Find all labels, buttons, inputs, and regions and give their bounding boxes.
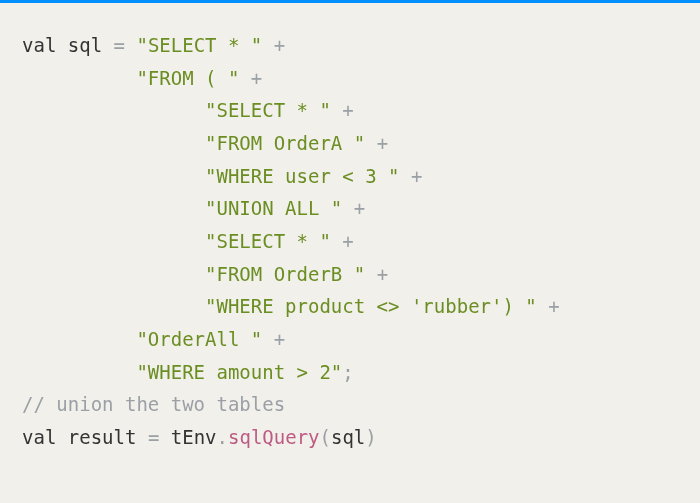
string-literal: "FROM ( " (136, 67, 239, 89)
string-literal: "SELECT * " (205, 230, 331, 252)
code-block: val sql = "SELECT * " + "FROM ( " + "SEL… (22, 29, 678, 454)
ident-result: result (68, 426, 137, 448)
op-lparen: ( (320, 426, 331, 448)
ident-arg-sql: sql (331, 426, 365, 448)
op-plus: + (354, 197, 365, 219)
keyword-val: val (22, 34, 56, 56)
op-eq: = (148, 426, 159, 448)
string-literal: "WHERE amount > 2" (136, 361, 342, 383)
keyword-val: val (22, 426, 56, 448)
ident-tenv: tEnv (171, 426, 217, 448)
op-rparen: ) (365, 426, 376, 448)
string-literal: "SELECT * " (205, 99, 331, 121)
string-literal: "OrderAll " (136, 328, 262, 350)
string-literal: "SELECT * " (136, 34, 262, 56)
op-plus: + (274, 328, 285, 350)
op-plus: + (548, 295, 559, 317)
string-literal: "WHERE user < 3 " (205, 165, 399, 187)
op-semi: ; (342, 361, 353, 383)
string-literal: "FROM OrderB " (205, 263, 365, 285)
ident-sql: sql (68, 34, 102, 56)
op-eq: = (114, 34, 125, 56)
op-dot: . (217, 426, 228, 448)
op-plus: + (377, 263, 388, 285)
comment: // union the two tables (22, 393, 285, 415)
string-literal: "UNION ALL " (205, 197, 342, 219)
op-plus: + (251, 67, 262, 89)
op-plus: + (342, 230, 353, 252)
string-literal: "FROM OrderA " (205, 132, 365, 154)
op-plus: + (411, 165, 422, 187)
op-plus: + (342, 99, 353, 121)
op-plus: + (377, 132, 388, 154)
string-literal: "WHERE product <> 'rubber') " (205, 295, 537, 317)
method-sqlquery: sqlQuery (228, 426, 320, 448)
op-plus: + (274, 34, 285, 56)
